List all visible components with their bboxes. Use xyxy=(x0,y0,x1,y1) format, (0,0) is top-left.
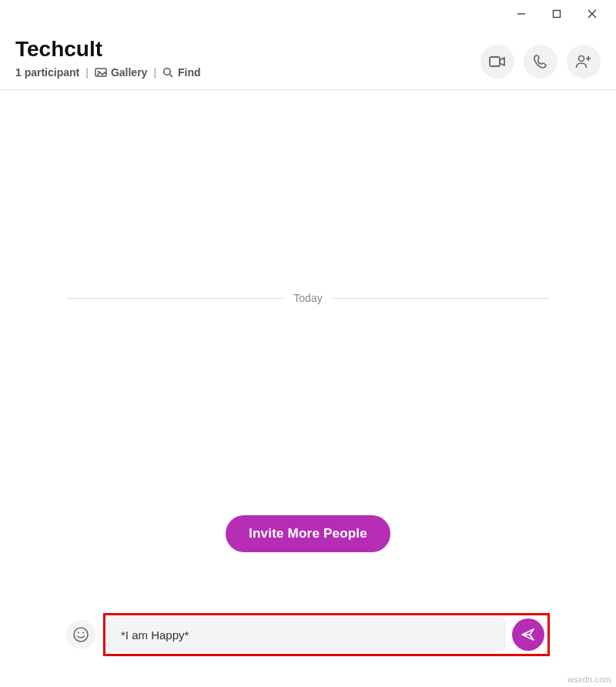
annotation-highlight xyxy=(103,613,550,656)
invite-more-people-button[interactable]: Invite More People xyxy=(226,515,390,552)
video-icon xyxy=(489,55,506,68)
close-button[interactable] xyxy=(574,2,610,25)
invite-wrap: Invite More People xyxy=(0,515,616,552)
header-actions xyxy=(480,37,601,79)
svg-point-9 xyxy=(579,56,584,62)
emoji-button[interactable] xyxy=(66,620,95,649)
svg-rect-1 xyxy=(554,11,561,18)
search-icon xyxy=(162,67,174,79)
svg-point-6 xyxy=(164,68,171,75)
person-add-icon xyxy=(575,54,592,69)
watermark: wsxdn.com xyxy=(567,675,611,684)
divider-line xyxy=(66,298,283,299)
maximize-button[interactable] xyxy=(539,2,574,25)
video-call-button[interactable] xyxy=(480,45,514,79)
separator: | xyxy=(153,66,156,79)
minimize-icon xyxy=(517,9,526,18)
chat-title: Techcult xyxy=(15,37,201,62)
svg-rect-8 xyxy=(490,57,500,66)
close-icon xyxy=(588,9,597,18)
maximize-icon xyxy=(552,9,561,18)
chat-header: Techcult 1 participant | Gallery | Find xyxy=(0,28,616,90)
phone-icon xyxy=(533,54,548,69)
message-composer xyxy=(66,613,550,656)
minimize-button[interactable] xyxy=(504,2,539,25)
smile-icon xyxy=(72,626,89,643)
svg-point-5 xyxy=(98,71,100,73)
divider-line xyxy=(333,298,550,299)
chat-subbar: 1 participant | Gallery | Find xyxy=(15,66,201,79)
gallery-icon xyxy=(95,67,107,78)
date-divider: Today xyxy=(66,292,550,304)
svg-line-7 xyxy=(170,74,173,77)
separator: | xyxy=(85,66,89,79)
svg-point-14 xyxy=(82,632,84,633)
send-button[interactable] xyxy=(512,618,544,651)
message-input[interactable] xyxy=(121,628,492,642)
svg-point-12 xyxy=(74,628,88,642)
participants-count[interactable]: 1 participant xyxy=(15,66,79,79)
svg-point-13 xyxy=(78,632,79,633)
gallery-label: Gallery xyxy=(111,66,147,79)
message-input-container[interactable] xyxy=(107,617,506,652)
find-button[interactable]: Find xyxy=(162,66,201,79)
window-titlebar xyxy=(0,0,616,28)
chat-header-left: Techcult 1 participant | Gallery | Find xyxy=(15,37,201,79)
send-icon xyxy=(521,627,536,642)
gallery-button[interactable]: Gallery xyxy=(95,66,147,79)
audio-call-button[interactable] xyxy=(524,45,557,79)
date-label: Today xyxy=(293,292,322,304)
chat-area: Today Invite More People xyxy=(0,90,616,560)
find-label: Find xyxy=(178,66,201,79)
add-people-button[interactable] xyxy=(567,45,601,79)
